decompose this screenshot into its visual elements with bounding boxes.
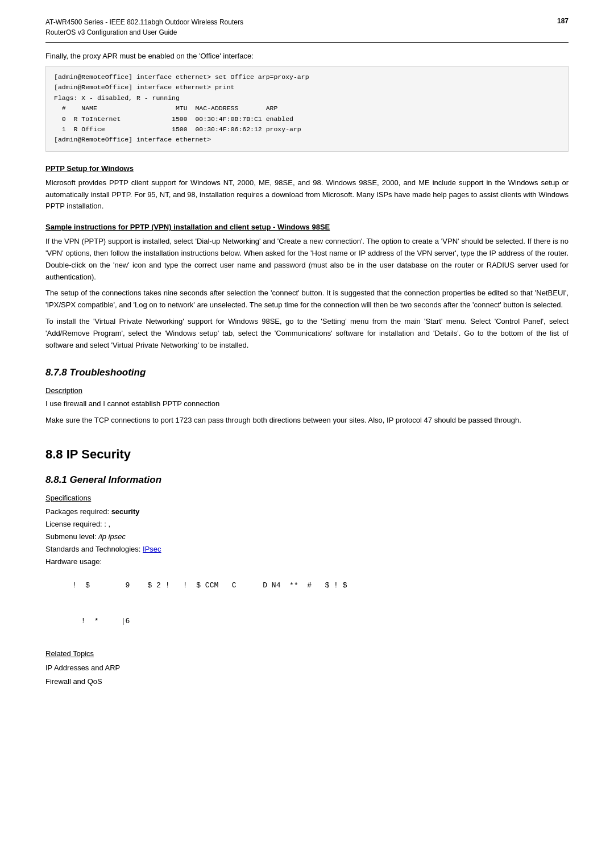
packages-line: Packages required: security [45,506,569,518]
troubleshooting-desc1: I use firewall and I cannot establish PP… [45,398,569,410]
submenu-line: Submenu level: /ip ipsec [45,531,569,543]
hardware-line: Hardware usage: [45,556,569,568]
page-container: AT-WR4500 Series - IEEE 802.11abgh Outdo… [0,0,614,868]
ip-security-number: 8.8 [45,447,63,461]
related-item-1: IP Addresses and ARP [45,661,569,674]
standards-line: Standards and Technologies: IPsec [45,543,569,556]
sample-instructions-para3: To install the 'Virtual Private Networki… [45,316,569,351]
license-value: : , [104,520,110,528]
page-header: AT-WR4500 Series - IEEE 802.11abgh Outdo… [45,17,569,43]
submenu-italic: /ip ipsec [98,532,126,541]
troubleshooting-section: 8.7.8 Troubleshooting Description I use … [45,367,569,427]
page-number: 187 [557,17,569,25]
related-topics-container: Related Topics IP Addresses and ARP Fire… [45,649,569,688]
packages-value: security [111,507,140,516]
sample-instructions-heading: Sample instructions for PPTP (VPN) insta… [45,223,569,231]
related-topics-label: Related Topics [45,649,569,658]
general-info-heading: 8.8.1 General Information [45,474,569,486]
standards-link[interactable]: IPsec [143,545,161,553]
specs-label: Specifications [45,494,569,502]
sample-instructions-para1: If the VPN (PPTP) support is installed, … [45,236,569,283]
header-left: AT-WR4500 Series - IEEE 802.11abgh Outdo… [45,17,243,37]
related-topics-list: IP Addresses and ARP Firewall and QoS [45,661,569,688]
troubleshooting-title: Troubleshooting [70,367,146,378]
hardware-usage-value: ! $ 9 $ 2 ! ! $ CCM C D N4 ** # $ ! $ [45,568,569,603]
general-information-section: 8.8.1 General Information Specifications… [45,474,569,688]
ip-security-section: 8.8 IP Security [45,447,569,462]
description-label: Description [45,386,569,395]
general-info-number: 8.8.1 [45,474,67,485]
ip-security-heading: 8.8 IP Security [45,447,569,462]
intro-text: Finally, the proxy APR must be enabled o… [45,52,569,60]
general-info-title: General Information [70,474,162,485]
license-line: License required: : , [45,518,569,531]
license-label: License required: [45,520,104,528]
pptp-windows-section: PPTP Setup for Windows Microsoft provide… [45,164,569,212]
pptp-windows-body: Microsoft provides PPTP client support f… [45,177,569,212]
related-item-2: Firewall and QoS [45,675,569,688]
header-title-line1: AT-WR4500 Series - IEEE 802.11abgh Outdo… [45,17,243,27]
troubleshooting-heading: 8.7.8 Troubleshooting [45,367,569,378]
packages-label: Packages required: [45,507,111,516]
sample-instructions-para2: The setup of the connections takes nine … [45,287,569,311]
hardware-usage-value2: ! * |6 [45,604,569,639]
code-block: [admin@RemoteOffice] interface ethernet>… [45,66,569,152]
troubleshooting-desc2: Make sure the TCP connections to port 17… [45,415,569,427]
submenu-label: Submenu level: [45,532,98,541]
header-title-line2: RouterOS v3 Configuration and User Guide [45,27,243,37]
ip-security-title: IP Security [67,447,131,461]
sample-instructions-section: Sample instructions for PPTP (VPN) insta… [45,223,569,351]
troubleshooting-number: 8.7.8 [45,367,67,378]
pptp-windows-heading: PPTP Setup for Windows [45,164,569,173]
standards-label: Standards and Technologies: [45,545,143,553]
hardware-label: Hardware usage: [45,557,102,566]
